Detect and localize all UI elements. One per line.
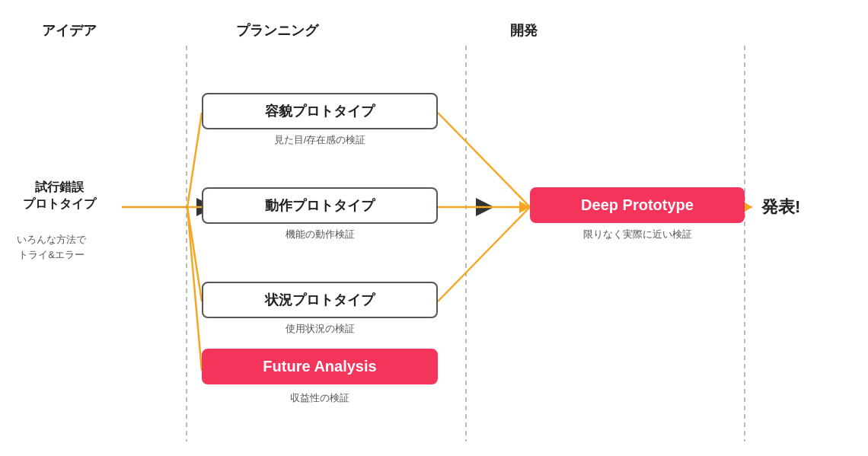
deep-prototype-box: Deep Prototype xyxy=(530,187,745,223)
proto-box-situation-sub: 使用状況の検証 xyxy=(202,322,438,336)
svg-marker-4 xyxy=(476,198,494,216)
svg-line-9 xyxy=(187,207,202,371)
announce-text: 発表! xyxy=(761,196,800,218)
svg-marker-13 xyxy=(519,201,530,213)
diagram-container: アイデア プランニング 開発 試 xyxy=(0,0,868,456)
col-header-idea: アイデア xyxy=(42,21,97,40)
proto-box-motion: 動作プロトタイプ xyxy=(202,187,438,224)
col-header-dev: 開発 xyxy=(510,21,538,40)
proto-box-motion-sub: 機能の動作検証 xyxy=(202,228,438,241)
left-sub-text: いろんな方法でトライ&エラー xyxy=(17,232,86,262)
proto-box-future-analysis: Future Analysis xyxy=(202,349,438,384)
col-header-planning: プランニング xyxy=(236,21,318,40)
proto-box-appearance: 容貌プロトタイプ xyxy=(202,93,438,129)
left-main-text: 試行錯誤プロトタイプ xyxy=(23,179,96,213)
proto-box-situation: 状況プロトタイプ xyxy=(202,282,438,318)
svg-line-12 xyxy=(438,207,530,301)
svg-line-8 xyxy=(187,207,202,301)
svg-line-6 xyxy=(187,113,202,207)
deep-prototype-sub: 限りなく実際に近い検証 xyxy=(530,228,745,241)
proto-box-future-analysis-sub: 収益性の検証 xyxy=(202,391,438,405)
proto-box-appearance-sub: 見た目/存在感の検証 xyxy=(202,133,438,147)
svg-line-10 xyxy=(438,113,530,207)
